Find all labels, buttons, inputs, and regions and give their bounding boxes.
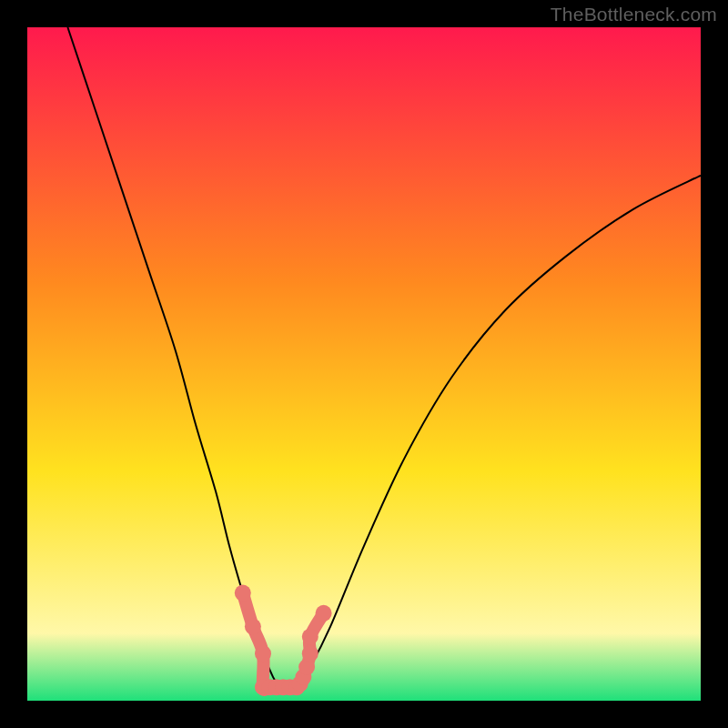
plot-background <box>27 27 701 701</box>
bottleneck-chart <box>0 0 728 728</box>
marker-dot <box>255 645 271 662</box>
chart-frame: TheBottleneck.com <box>0 0 728 728</box>
marker-dot <box>302 629 318 645</box>
marker-dot <box>302 645 318 662</box>
marker-dot <box>245 619 261 635</box>
watermark-text: TheBottleneck.com <box>551 4 717 25</box>
marker-dot <box>235 585 251 602</box>
marker-dot <box>316 605 332 622</box>
